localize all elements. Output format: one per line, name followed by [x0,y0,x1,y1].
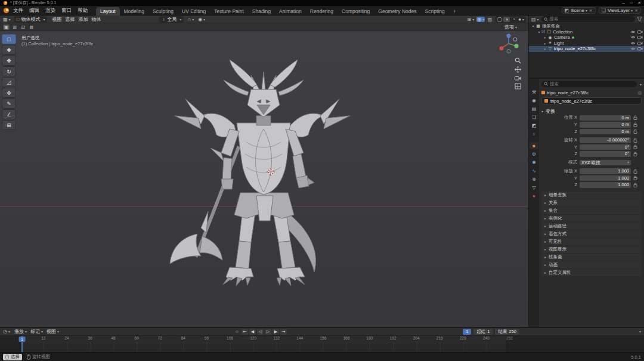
lock-icon[interactable] [632,175,638,180]
workspace-tab[interactable]: UV Editing [178,7,210,16]
collection-checkbox-icon[interactable]: ☑ [541,29,545,34]
mode-dropdown[interactable]: □ 物体模式 [14,16,48,23]
toggle-perspective-icon[interactable] [515,83,521,90]
hide-eye-icon[interactable] [630,35,636,39]
menubar-item[interactable]: 帮助 [75,7,91,15]
xray-toggle-icon[interactable]: ▥ [487,17,493,22]
filter-icon[interactable] [637,17,642,21]
viewport-menu-item[interactable]: 物体 [89,16,103,23]
viewlayer-selector[interactable]: ❏ ViewLayer ✕ [599,7,641,14]
current-frame-field[interactable]: 1 [463,329,471,335]
viewport-3d[interactable]: ▦ □ 物体模式 视图选择添加物体 ♁ 全局 ∩ ◉ ⊞ ◎ ▥ ◯ ◑ ◔ ●… [0,16,528,327]
proportional-edit-icon[interactable]: ◉ [197,17,206,22]
number-field[interactable]: 0 m [580,129,631,135]
panel-header[interactable]: 运动路径 [541,223,642,230]
panel-header[interactable]: 线条画 [541,254,642,261]
outliner-row-scene-collection[interactable]: ▾ ▦ 场景集合 [529,23,644,29]
lock-icon[interactable] [632,122,638,127]
timeline-header-caret-icon[interactable]: ▾ [639,329,641,334]
blender-menu-icon[interactable] [3,7,10,14]
panel-header[interactable]: 关系 [541,199,642,206]
expand-icon[interactable]: ▸ [543,47,547,51]
expand-icon[interactable]: ▸ [543,41,547,45]
workspace-tab[interactable]: Shading [248,7,275,16]
number-field[interactable]: 0° [580,151,631,157]
character-model[interactable] [134,58,391,303]
tab-physics[interactable]: ∿ [530,167,538,174]
workspace-tab[interactable]: Rendering [306,7,338,16]
scale-tool[interactable]: ◿ [2,77,16,87]
orientation-dropdown[interactable]: ♁ 全局 [159,16,184,23]
tab-output[interactable]: ▤ [530,105,538,112]
menubar-item[interactable]: 渲染 [42,7,58,15]
transform-section-header[interactable]: 变换 [541,107,642,115]
viewlayer-unlink-icon[interactable]: ✕ [634,8,638,13]
select-mode-invert-icon[interactable]: ⊠ [28,24,35,30]
transform-tool[interactable]: ✜ [2,88,16,98]
snap-magnet-icon[interactable]: ∩ [187,17,194,22]
panel-header[interactable]: 视图显示 [541,246,642,253]
menubar-item[interactable]: 编辑 [26,7,42,15]
tab-tool[interactable]: ⚒ [530,88,538,95]
minimize-button[interactable]: ─ [622,1,625,5]
expand-icon[interactable]: ▾ [531,24,535,28]
select-mode-extend-icon[interactable]: ⊞ [11,24,18,30]
number-field[interactable]: 1.000 [580,182,631,188]
outliner-row-light[interactable]: ▸ ☀ Light [529,41,644,47]
options-menu[interactable]: 选项 [504,24,517,30]
tab-world[interactable]: ♁ [530,130,538,137]
frame-end-field[interactable]: 结束 250 [495,329,519,335]
workspace-tab[interactable]: Animation [275,7,306,16]
jump-to-start-button[interactable]: ⇤ [242,329,248,335]
playhead-frame-badge[interactable]: 1 [19,337,26,342]
panel-header[interactable]: 着色方式 [541,230,642,237]
outliner-row-collection[interactable]: ▾ ☑ ▢ Collection [529,29,644,35]
panel-header[interactable]: 增量变换 [541,192,642,199]
number-field[interactable]: 0 m [580,122,631,128]
panel-header[interactable]: 动画 [541,261,642,269]
gizmo-toggle-icon[interactable]: ⊞ [466,17,475,22]
timeline-menu-item[interactable]: 视图 [45,328,61,335]
expand-icon[interactable]: ▾ [537,30,541,34]
overlays-toggle-icon[interactable]: ◎ [476,17,485,22]
tab-render[interactable]: ◉ [530,97,538,104]
maximize-button[interactable]: □ [630,1,633,5]
panel-header[interactable]: 可见性 [541,238,642,245]
zoom-icon[interactable] [515,57,521,64]
properties-filter-icon[interactable] [639,81,642,87]
menubar-item[interactable]: 窗口 [58,7,75,15]
auto-keying-icon[interactable]: ○ [234,329,240,334]
properties-search-input[interactable]: 搜索 [541,81,637,87]
panel-header[interactable]: 实例化 [541,215,642,222]
lock-icon[interactable] [632,115,638,120]
hide-eye-icon[interactable] [630,47,636,51]
scene-unlink-icon[interactable]: ✕ [589,8,593,13]
hide-eye-icon[interactable] [630,41,636,45]
move-tool[interactable]: ✥ [2,55,16,66]
lock-icon[interactable] [632,138,638,143]
editor-type-icon[interactable]: ▦ [2,17,11,22]
rotation-mode-dropdown[interactable]: XYZ 欧拉 [580,160,631,166]
lock-icon[interactable] [632,152,638,156]
workspace-tab[interactable]: Compositing [338,7,374,16]
outliner-search-input[interactable]: 搜索 [541,16,635,22]
prev-keyframe-button[interactable]: ◀ [249,329,256,335]
workspace-tab[interactable]: + [449,7,460,16]
hide-eye-icon[interactable] [630,30,636,34]
workspace-tab[interactable]: Layout [96,7,120,16]
tab-view-layer[interactable]: ❏ [530,113,538,121]
lock-icon[interactable] [632,169,638,174]
panel-header[interactable]: 集合 [541,207,642,214]
disable-render-camera-icon[interactable] [637,35,643,39]
scene-selector[interactable]: ◩ Scene ✕ [562,7,596,14]
pan-icon[interactable] [515,66,521,73]
workspace-tab[interactable]: Modeling [120,7,149,16]
tab-object-data[interactable]: ▽ [530,184,538,191]
shading-material-icon[interactable]: ◔ [510,17,517,22]
number-field[interactable]: 0° [580,144,631,150]
tab-scene[interactable]: ◩ [530,122,538,129]
timeline-editor-icon[interactable]: ◷ [2,329,11,334]
workspace-tab[interactable]: Geometry Nodes [374,7,420,16]
tab-constraints[interactable]: ⊗ [530,175,538,183]
select-mode-new-icon[interactable]: ▣ [3,24,10,30]
